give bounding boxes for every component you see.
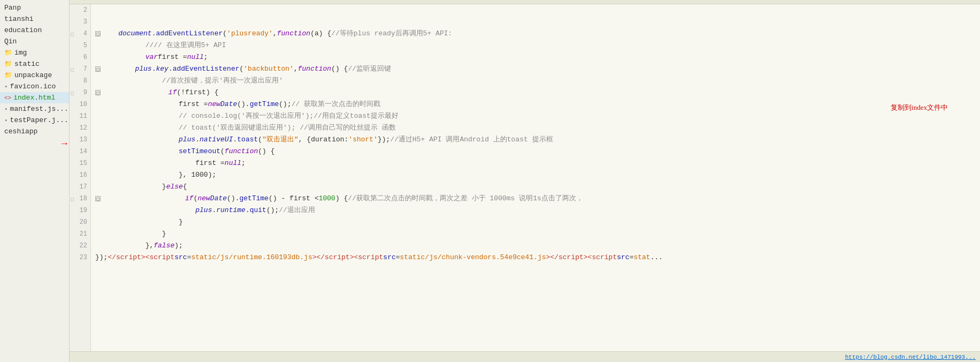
sidebar-item-education[interactable]: education [0, 25, 69, 36]
code-line-21: } [95, 228, 980, 240]
sidebar-item-favicon[interactable]: ▪ favicon.ico [0, 81, 69, 92]
ln-9: 9 [70, 87, 90, 99]
ln-18: 18 [70, 193, 90, 205]
fold-icon-9[interactable]: ▢ [95, 90, 101, 95]
code-line-19: plus.runtime.quit(); //退出应用 [95, 205, 980, 216]
ln-19: 19 [70, 205, 90, 216]
ln-15: 15 [70, 157, 90, 169]
ln-20: 20 [70, 216, 90, 228]
code-line-22: }, false); [95, 240, 980, 252]
sidebar-item-testpaper[interactable]: ▪ testPaper.j... [0, 115, 69, 126]
ln-6: 6 [70, 51, 90, 63]
code-line-9: ▢ if (!first) { [95, 87, 980, 99]
code-line-8: //首次按键，提示'再按一次退出应用' [95, 75, 980, 87]
code-line-18: ▢ if (new Date().getTime() - first < 100… [95, 193, 980, 205]
sidebar-item-unpackage[interactable]: 📁 unpackage [0, 70, 69, 81]
code-line-6: var first = null; [95, 51, 980, 63]
code-line-2 [95, 4, 980, 16]
code-line-3 [95, 16, 980, 28]
code-line-12: // toast('双击返回键退出应用'); //调用自己写的吐丝提示 函数 [95, 122, 980, 134]
sidebar-item-ceshiapp[interactable]: ceshiapp [0, 126, 69, 137]
ln-22: 22 [70, 240, 90, 252]
sidebar-item-tianshi[interactable]: tianshi [0, 13, 69, 25]
code-line-20: } [95, 216, 980, 228]
file-icon: ▪ [4, 117, 8, 124]
fold-icon-7[interactable]: ▢ [95, 66, 101, 72]
ln-17: 17 [70, 181, 90, 193]
code-line-11: // console.log('再按一次退出应用');//用自定义toast提示… [95, 110, 980, 122]
ln-8: 8 [70, 75, 90, 87]
scroll-bar[interactable] [70, 0, 980, 4]
folder-icon: 📁 [4, 60, 12, 68]
code-line-14: setTimeout(function() { [95, 146, 980, 157]
sidebar-item-manifest[interactable]: ▪ manifest.js... [0, 103, 69, 115]
file-icon: ▪ [4, 106, 8, 112]
ln-13: 13 [70, 134, 90, 146]
code-line-13: plus.nativeUI.toast("双击退出", {duration:'s… [95, 134, 980, 146]
ln-7: 7 [70, 63, 90, 75]
ln-2: 2 [70, 4, 90, 16]
code-line-4: ▢ document.addEventListener('plusready',… [95, 28, 980, 40]
editor-area: 2 3 4 5 6 7 8 9 10 11 12 13 14 15 16 17 … [70, 0, 980, 362]
arrow-indicator: → [62, 138, 67, 149]
sidebar: Panp tianshi education Qin 📁 img 📁 stati… [0, 0, 70, 362]
sidebar-item-static[interactable]: 📁 static [0, 58, 69, 70]
sidebar-item-index-html[interactable]: <> index.html [0, 92, 69, 103]
ln-10: 10 [70, 99, 90, 110]
code-line-23: });</script><script src=static/js/runtim… [95, 252, 980, 263]
fold-icon-4[interactable]: ▢ [95, 31, 101, 36]
code-line-15: first = null; [95, 157, 980, 169]
ln-3: 3 [70, 16, 90, 28]
fold-icon-18[interactable]: ▢ [95, 196, 101, 201]
ln-4: 4 [70, 28, 90, 40]
html-icon: <> [4, 95, 11, 101]
ln-14: 14 [70, 146, 90, 157]
url-link[interactable]: https://blog.csdn.net/libo_1471993... [845, 354, 976, 360]
code-line-17: } else { [95, 181, 980, 193]
ln-21: 21 [70, 228, 90, 240]
line-numbers: 2 3 4 5 6 7 8 9 10 11 12 13 14 15 16 17 … [70, 4, 91, 351]
ln-12: 12 [70, 122, 90, 134]
folder-icon: 📁 [4, 49, 12, 57]
ln-5: 5 [70, 40, 90, 51]
code-line-10: first = new Date().getTime(); // 获取第一次点击… [95, 99, 980, 110]
code-container: 2 3 4 5 6 7 8 9 10 11 12 13 14 15 16 17 … [70, 4, 980, 351]
sidebar-item-panp[interactable]: Panp [0, 2, 69, 13]
bottom-bar: https://blog.csdn.net/libo_1471993... [70, 351, 980, 362]
folder-icon: 📁 [4, 71, 12, 79]
code-line-7: ▢ plus.key.addEventListener('backbutton'… [95, 63, 980, 75]
ln-11: 11 [70, 110, 90, 122]
code-content[interactable]: ▢ document.addEventListener('plusready',… [91, 4, 980, 351]
file-icon: ▪ [4, 84, 8, 90]
code-line-16: }, 1000); [95, 169, 980, 181]
sidebar-item-qin[interactable]: Qin [0, 36, 69, 47]
ln-23: 23 [70, 252, 90, 263]
ln-16: 16 [70, 169, 90, 181]
sidebar-item-img[interactable]: 📁 img [0, 47, 69, 58]
code-line-5: //// 在这里调用5+ API [95, 40, 980, 51]
